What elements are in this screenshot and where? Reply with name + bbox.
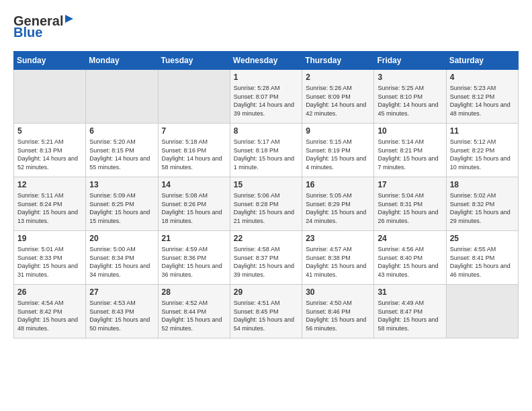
cell-info: Sunrise: 4:55 AM Sunset: 8:41 PM Dayligh… <box>450 245 515 279</box>
day-number: 20 <box>89 234 154 243</box>
column-header-saturday: Saturday <box>446 52 518 70</box>
calendar-week-row: 5Sunrise: 5:21 AM Sunset: 8:13 PM Daylig… <box>14 124 519 177</box>
calendar-cell: 16Sunrise: 5:05 AM Sunset: 8:29 PM Dayli… <box>302 177 374 231</box>
cell-info: Sunrise: 5:06 AM Sunset: 8:28 PM Dayligh… <box>234 191 298 225</box>
calendar-cell <box>86 70 158 124</box>
cell-info: Sunrise: 5:28 AM Sunset: 8:07 PM Dayligh… <box>234 84 298 118</box>
column-header-friday: Friday <box>374 52 446 70</box>
calendar-cell <box>158 70 230 124</box>
cell-info: Sunrise: 5:17 AM Sunset: 8:18 PM Dayligh… <box>234 138 298 171</box>
day-number: 23 <box>306 234 370 243</box>
day-number: 5 <box>17 126 82 136</box>
calendar-cell: 21Sunrise: 4:59 AM Sunset: 8:36 PM Dayli… <box>158 231 230 285</box>
day-number: 30 <box>306 287 370 297</box>
page-header: General Blue <box>13 13 519 40</box>
cell-info: Sunrise: 4:53 AM Sunset: 8:43 PM Dayligh… <box>89 299 154 332</box>
calendar-cell: 24Sunrise: 4:56 AM Sunset: 8:40 PM Dayli… <box>374 231 446 285</box>
calendar-week-row: 19Sunrise: 5:01 AM Sunset: 8:33 PM Dayli… <box>14 231 519 285</box>
cell-info: Sunrise: 5:18 AM Sunset: 8:16 PM Dayligh… <box>162 138 226 171</box>
day-number: 2 <box>306 73 370 82</box>
calendar-table: SundayMondayTuesdayWednesdayThursdayFrid… <box>13 51 519 338</box>
day-number: 17 <box>378 180 442 189</box>
calendar-cell: 31Sunrise: 4:49 AM Sunset: 8:47 PM Dayli… <box>374 285 446 338</box>
day-number: 14 <box>162 180 226 189</box>
day-number: 21 <box>162 234 226 243</box>
calendar-week-row: 12Sunrise: 5:11 AM Sunset: 8:24 PM Dayli… <box>14 177 519 231</box>
cell-info: Sunrise: 5:04 AM Sunset: 8:31 PM Dayligh… <box>378 191 442 225</box>
calendar-week-row: 1Sunrise: 5:28 AM Sunset: 8:07 PM Daylig… <box>14 70 519 124</box>
calendar-cell: 12Sunrise: 5:11 AM Sunset: 8:24 PM Dayli… <box>14 177 86 231</box>
cell-info: Sunrise: 5:20 AM Sunset: 8:15 PM Dayligh… <box>89 138 154 171</box>
calendar-cell: 2Sunrise: 5:26 AM Sunset: 8:09 PM Daylig… <box>302 70 374 124</box>
day-number: 15 <box>234 180 298 189</box>
cell-info: Sunrise: 4:54 AM Sunset: 8:42 PM Dayligh… <box>17 299 82 332</box>
calendar-cell: 20Sunrise: 5:00 AM Sunset: 8:34 PM Dayli… <box>86 231 158 285</box>
calendar-cell: 1Sunrise: 5:28 AM Sunset: 8:07 PM Daylig… <box>230 70 302 124</box>
calendar-cell <box>14 70 86 124</box>
cell-info: Sunrise: 4:58 AM Sunset: 8:37 PM Dayligh… <box>234 245 298 279</box>
day-number: 3 <box>378 73 442 82</box>
calendar-cell: 30Sunrise: 4:50 AM Sunset: 8:46 PM Dayli… <box>302 285 374 338</box>
cell-info: Sunrise: 4:57 AM Sunset: 8:38 PM Dayligh… <box>306 245 370 279</box>
day-number: 10 <box>378 126 442 136</box>
calendar-cell: 18Sunrise: 5:02 AM Sunset: 8:32 PM Dayli… <box>446 177 518 231</box>
calendar-cell: 10Sunrise: 5:14 AM Sunset: 8:21 PM Dayli… <box>374 124 446 177</box>
day-number: 13 <box>89 180 154 189</box>
day-number: 8 <box>234 126 298 136</box>
calendar-week-row: 26Sunrise: 4:54 AM Sunset: 8:42 PM Dayli… <box>14 285 519 338</box>
cell-info: Sunrise: 4:52 AM Sunset: 8:44 PM Dayligh… <box>162 299 226 332</box>
cell-info: Sunrise: 5:08 AM Sunset: 8:26 PM Dayligh… <box>162 191 226 225</box>
cell-info: Sunrise: 5:14 AM Sunset: 8:21 PM Dayligh… <box>378 138 442 171</box>
calendar-cell: 6Sunrise: 5:20 AM Sunset: 8:15 PM Daylig… <box>86 124 158 177</box>
cell-info: Sunrise: 5:23 AM Sunset: 8:12 PM Dayligh… <box>450 84 515 118</box>
day-number: 25 <box>450 234 515 243</box>
calendar-cell: 8Sunrise: 5:17 AM Sunset: 8:18 PM Daylig… <box>230 124 302 177</box>
logo-arrow-icon <box>64 13 75 24</box>
calendar-cell: 11Sunrise: 5:12 AM Sunset: 8:22 PM Dayli… <box>446 124 518 177</box>
calendar-cell: 19Sunrise: 5:01 AM Sunset: 8:33 PM Dayli… <box>14 231 86 285</box>
day-number: 28 <box>162 287 226 297</box>
logo: General Blue <box>13 13 75 40</box>
cell-info: Sunrise: 5:12 AM Sunset: 8:22 PM Dayligh… <box>450 138 515 171</box>
column-header-tuesday: Tuesday <box>158 52 230 70</box>
logo-blue: Blue <box>13 25 42 40</box>
day-number: 19 <box>17 234 82 243</box>
day-number: 31 <box>378 287 442 297</box>
calendar-cell: 17Sunrise: 5:04 AM Sunset: 8:31 PM Dayli… <box>374 177 446 231</box>
day-number: 18 <box>450 180 515 189</box>
calendar-cell: 29Sunrise: 4:51 AM Sunset: 8:45 PM Dayli… <box>230 285 302 338</box>
day-number: 1 <box>234 73 298 82</box>
cell-info: Sunrise: 4:56 AM Sunset: 8:40 PM Dayligh… <box>378 245 442 279</box>
calendar-cell: 7Sunrise: 5:18 AM Sunset: 8:16 PM Daylig… <box>158 124 230 177</box>
calendar-cell: 4Sunrise: 5:23 AM Sunset: 8:12 PM Daylig… <box>446 70 518 124</box>
cell-info: Sunrise: 5:26 AM Sunset: 8:09 PM Dayligh… <box>306 84 370 118</box>
cell-info: Sunrise: 5:02 AM Sunset: 8:32 PM Dayligh… <box>450 191 515 225</box>
calendar-cell: 5Sunrise: 5:21 AM Sunset: 8:13 PM Daylig… <box>14 124 86 177</box>
cell-info: Sunrise: 4:50 AM Sunset: 8:46 PM Dayligh… <box>306 299 370 332</box>
calendar-cell: 23Sunrise: 4:57 AM Sunset: 8:38 PM Dayli… <box>302 231 374 285</box>
cell-info: Sunrise: 5:05 AM Sunset: 8:29 PM Dayligh… <box>306 191 370 225</box>
cell-info: Sunrise: 5:21 AM Sunset: 8:13 PM Dayligh… <box>17 138 82 171</box>
cell-info: Sunrise: 4:49 AM Sunset: 8:47 PM Dayligh… <box>378 299 442 332</box>
day-number: 24 <box>378 234 442 243</box>
calendar-cell: 3Sunrise: 5:25 AM Sunset: 8:10 PM Daylig… <box>374 70 446 124</box>
calendar-cell: 26Sunrise: 4:54 AM Sunset: 8:42 PM Dayli… <box>14 285 86 338</box>
calendar-cell: 25Sunrise: 4:55 AM Sunset: 8:41 PM Dayli… <box>446 231 518 285</box>
calendar-cell <box>446 285 518 338</box>
column-header-sunday: Sunday <box>14 52 86 70</box>
column-header-thursday: Thursday <box>302 52 374 70</box>
column-header-monday: Monday <box>86 52 158 70</box>
day-number: 7 <box>162 126 226 136</box>
day-number: 9 <box>306 126 370 136</box>
day-number: 29 <box>234 287 298 297</box>
cell-info: Sunrise: 4:51 AM Sunset: 8:45 PM Dayligh… <box>234 299 298 332</box>
day-number: 16 <box>306 180 370 189</box>
cell-info: Sunrise: 5:11 AM Sunset: 8:24 PM Dayligh… <box>17 191 82 225</box>
calendar-cell: 9Sunrise: 5:15 AM Sunset: 8:19 PM Daylig… <box>302 124 374 177</box>
calendar-cell: 28Sunrise: 4:52 AM Sunset: 8:44 PM Dayli… <box>158 285 230 338</box>
day-number: 12 <box>17 180 82 189</box>
cell-info: Sunrise: 4:59 AM Sunset: 8:36 PM Dayligh… <box>162 245 226 279</box>
day-number: 11 <box>450 126 515 136</box>
calendar-cell: 14Sunrise: 5:08 AM Sunset: 8:26 PM Dayli… <box>158 177 230 231</box>
calendar-header-row: SundayMondayTuesdayWednesdayThursdayFrid… <box>14 52 519 70</box>
